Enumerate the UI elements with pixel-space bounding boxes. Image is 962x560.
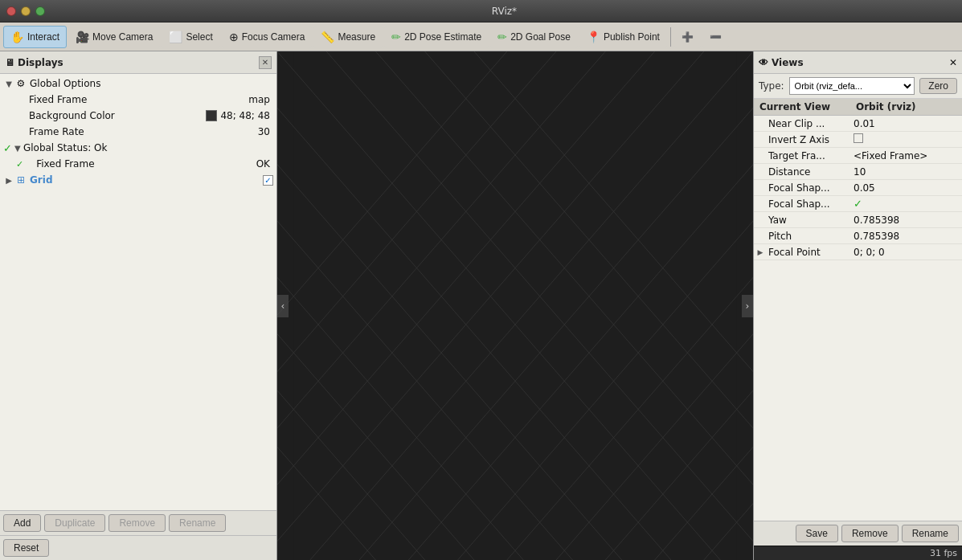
viewport-right-arrow[interactable]: › [742,295,753,317]
displays-title: 🖥 Displays [5,57,63,68]
invert-z-expander [754,133,767,146]
frame-rate-row[interactable]: Frame Rate 30 [0,124,276,140]
views-header: 👁 Views ✕ [754,51,962,74]
views-title: 👁 Views [759,57,804,68]
focus-camera-label: Focus Camera [242,31,305,43]
pose-estimate-label: 2D Pose Estimate [404,31,481,43]
minimize-button[interactable] [21,6,31,16]
toolbar: ✋ Interact 🎥 Move Camera ⬜ Select ⊕ Focu… [0,22,962,51]
pitch-row[interactable]: Pitch 0.785398 [754,228,962,244]
maximize-button[interactable] [35,6,45,16]
focal-shap1-name: Focal Shap... [767,182,850,194]
fps-display: 31 fps [754,546,962,560]
publish-point-button[interactable]: 📍 Publish Point [579,26,667,48]
interact-button[interactable]: ✋ Interact [3,26,67,48]
measure-label: Measure [338,31,375,43]
measure-button[interactable]: 📏 Measure [313,26,383,48]
select-icon: ⬜ [169,31,182,43]
interact-icon: ✋ [10,31,24,43]
target-fra-name: Target Fra... [767,150,850,161]
global-options-expander[interactable]: ▼ [3,78,14,89]
distance-row[interactable]: Distance 10 [754,164,962,180]
focal-shap2-row[interactable]: Focal Shap... ✓ [754,196,962,212]
publish-point-label: Publish Point [604,31,660,43]
global-status-expander[interactable]: ▼ [12,142,23,153]
yaw-name: Yaw [767,215,850,226]
views-type-label: Type: [759,80,784,92]
add-display-button[interactable]: Add [3,514,41,532]
global-options-row[interactable]: ▼ ⚙ Global Options [0,76,276,92]
save-view-button[interactable]: Save [796,525,838,542]
goal-pose-label: 2D Goal Pose [510,31,571,43]
focal-shap2-expander [754,198,767,211]
distance-name: Distance [767,166,850,178]
duplicate-display-button[interactable]: Duplicate [44,514,105,532]
fps-value: 31 fps [930,548,957,558]
views-icon: 👁 [759,57,768,68]
svg-rect-0 [293,51,736,560]
displays-footer: Add Duplicate Remove Rename [0,510,276,535]
pose-estimate-icon: ✏ [391,31,401,43]
invert-z-row[interactable]: Invert Z Axis [754,132,962,148]
target-fra-row[interactable]: Target Fra... <Fixed Frame> [754,148,962,164]
focal-shap2-value: ✓ [850,198,962,210]
displays-close-button[interactable]: ✕ [259,56,272,69]
window-title: RViz* [53,6,956,17]
focus-camera-button[interactable]: ⊕ Focus Camera [222,26,313,48]
monitor-icon: 🖥 [5,57,14,68]
views-type-select[interactable]: Orbit (rviz_defa... [789,77,915,95]
background-color-value: 48; 48; 48 [220,110,270,121]
displays-footer-bottom: Reset [0,535,276,560]
remove-view-button[interactable]: Remove [841,525,899,542]
yaw-value: 0.785398 [850,215,962,226]
background-color-swatch[interactable] [206,110,217,121]
rename-view-button[interactable]: Rename [902,525,959,542]
viewport[interactable]: ‹ › [277,51,753,560]
fixed-frame-row[interactable]: Fixed Frame map [0,92,276,108]
grid-expander[interactable]: ▶ [3,174,14,186]
fixed-frame-status-checkmark: ✓ [16,159,23,170]
displays-panel: 🖥 Displays ✕ ▼ ⚙ Global Options Fixed Fr… [0,51,277,560]
fixed-frame-status-row[interactable]: ✓ Fixed Frame OK [0,156,276,172]
background-color-label: Background Color [29,110,206,121]
focal-shap1-row[interactable]: Focal Shap... 0.05 [754,180,962,196]
move-camera-button[interactable]: 🎥 Move Camera [68,26,160,48]
select-button[interactable]: ⬜ Select [162,26,219,48]
focal-point-row[interactable]: ▶ Focal Point 0; 0; 0 [754,244,962,260]
reset-button[interactable]: Reset [3,539,49,557]
goal-pose-icon: ✏ [497,31,507,43]
2d-goal-pose-button[interactable]: ✏ 2D Goal Pose [490,26,578,48]
focal-point-expander[interactable]: ▶ [754,246,767,259]
subtract-icon-button[interactable]: ➖ [702,26,729,48]
yaw-row[interactable]: Yaw 0.785398 [754,212,962,228]
grid-checkbox[interactable]: ✓ [263,175,273,186]
grid-label: Grid [30,174,263,186]
fixed-frame-status-value: OK [256,158,270,170]
invert-z-checkbox[interactable] [854,133,863,143]
global-status-row[interactable]: ✓ ▼ Global Status: Ok [0,140,276,156]
rename-display-button[interactable]: Rename [169,514,226,532]
views-zero-button[interactable]: Zero [919,78,957,94]
focal-shap2-name: Focal Shap... [767,198,850,210]
close-button[interactable] [6,6,16,16]
global-options-label: Global Options [30,78,273,89]
viewport-left-arrow[interactable]: ‹ [277,295,289,317]
remove-display-button[interactable]: Remove [108,514,166,532]
displays-tree: ▼ ⚙ Global Options Fixed Frame map Backg… [0,74,276,294]
grid-row[interactable]: ▶ ⊞ Grid ✓ [0,172,276,188]
add-icon: ➕ [682,31,694,43]
publish-point-icon: 📍 [587,31,600,43]
subtract-icon: ➖ [710,31,722,43]
fixed-frame-value: map [248,94,270,105]
near-clip-row[interactable]: Near Clip ... 0.01 [754,116,962,132]
invert-z-value[interactable] [850,133,962,145]
near-clip-expander [754,117,767,130]
add-icon-button[interactable]: ➕ [674,26,701,48]
pitch-name: Pitch [767,231,850,242]
background-color-row[interactable]: Background Color 48; 48; 48 [0,108,276,124]
focal-shap2-check: ✓ [854,198,862,210]
views-tree: Current View Orbit (rviz) Near Clip ... … [754,99,962,310]
2d-pose-estimate-button[interactable]: ✏ 2D Pose Estimate [384,26,489,48]
fixed-frame-label: Fixed Frame [29,94,248,105]
views-close-button[interactable]: ✕ [949,57,957,68]
